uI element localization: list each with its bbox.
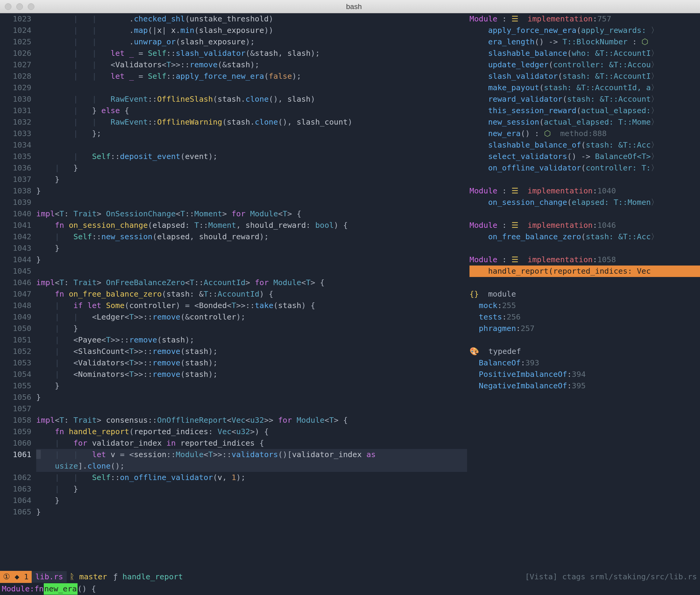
- outline-item[interactable]: this_session_reward(actual_elapsed:〉: [470, 105, 700, 116]
- outline-item[interactable]: PositiveImbalanceOf:394: [470, 369, 700, 380]
- outline-item[interactable]: handle_report(reported_indices: Vec: [470, 265, 700, 277]
- outline-item[interactable]: BalanceOf:393: [470, 357, 700, 369]
- outline-panel[interactable]: Module : ☰ implementation:757 apply_forc…: [467, 13, 700, 571]
- minimize-icon[interactable]: [16, 3, 23, 10]
- outline-item[interactable]: update_ledger(controller: &T::Accou〉: [470, 59, 700, 70]
- window-title: bash: [34, 1, 673, 12]
- outline-item[interactable]: make_payout(stash: &T::AccountId, a〉: [470, 82, 700, 93]
- outline-item[interactable]: slashable_balance_of(stash: &T::Acc〉: [470, 139, 700, 151]
- line-number-gutter: 1023102410251026102710281029103010311032…: [0, 13, 36, 571]
- code-editor[interactable]: | | .checked_shl(unstake_threshold) | | …: [36, 13, 467, 571]
- outline-header[interactable]: Module : ☰ implementation:757: [470, 13, 700, 25]
- outline-item[interactable]: on_free_balance_zero(stash: &T::Acc〉: [470, 231, 700, 243]
- outline-header[interactable]: {} module: [470, 288, 700, 300]
- breadcrumb-bar: Module: fn new_era () {: [0, 583, 700, 595]
- traffic-lights: [5, 3, 34, 10]
- git-branch: ᚱ master: [67, 571, 110, 583]
- outline-item[interactable]: on_session_change(elapsed: T::Momen〉: [470, 197, 700, 208]
- outline-item[interactable]: era_length() -> T::BlockNumber : ⬡: [470, 36, 700, 48]
- breadcrumb-scope: Module:: [2, 583, 34, 595]
- outline-header[interactable]: Module : ☰ implementation:1058: [470, 254, 700, 265]
- breadcrumb-suffix: () {: [78, 583, 96, 595]
- outline-item[interactable]: NegativeImbalanceOf:395: [470, 380, 700, 392]
- zoom-icon[interactable]: [28, 3, 34, 10]
- status-right: [Vista] ctags srml/staking/src/lib.rs: [525, 571, 700, 583]
- status-filename: lib.rs: [32, 571, 67, 583]
- outline-item[interactable]: new_era() : ⬡ method:888: [470, 128, 700, 139]
- branch-icon: ᚱ: [70, 572, 75, 581]
- current-function: ƒ handle_report: [110, 571, 186, 583]
- outline-item[interactable]: apply_force_new_era(apply_rewards: 〉: [470, 25, 700, 36]
- breadcrumb-kw: fn: [34, 583, 44, 595]
- outline-item[interactable]: mock:255: [470, 300, 700, 311]
- outline-header[interactable]: Module : ☰ implementation:1040: [470, 185, 700, 197]
- outline-item[interactable]: on_offline_validator(controller: T:〉: [470, 162, 700, 174]
- editor-area: 1023102410251026102710281029103010311032…: [0, 13, 700, 571]
- outline-item[interactable]: slash_validator(stash: &T::AccountI〉: [470, 70, 700, 82]
- outline-header[interactable]: 🎨 typedef: [470, 346, 700, 357]
- outline-item[interactable]: slashable_balance(who: &T::AccountI〉: [470, 48, 700, 59]
- status-bar: ① ◆ 1 lib.rs ᚱ master ƒ handle_report [V…: [0, 571, 700, 583]
- window-titlebar: bash: [0, 0, 700, 13]
- outline-item[interactable]: new_session(actual_elapsed: T::Mome〉: [470, 116, 700, 128]
- outline-item[interactable]: reward_validator(stash: &T::Account〉: [470, 93, 700, 105]
- close-icon[interactable]: [5, 3, 11, 10]
- outline-item[interactable]: tests:256: [470, 311, 700, 323]
- breadcrumb-symbol: new_era: [44, 583, 78, 595]
- status-badge: ① ◆ 1: [0, 571, 32, 583]
- function-icon: ƒ: [113, 572, 118, 581]
- outline-item[interactable]: select_validators() -> BalanceOf<T>〉: [470, 151, 700, 162]
- outline-header[interactable]: Module : ☰ implementation:1046: [470, 220, 700, 231]
- outline-item[interactable]: phragmen:257: [470, 323, 700, 334]
